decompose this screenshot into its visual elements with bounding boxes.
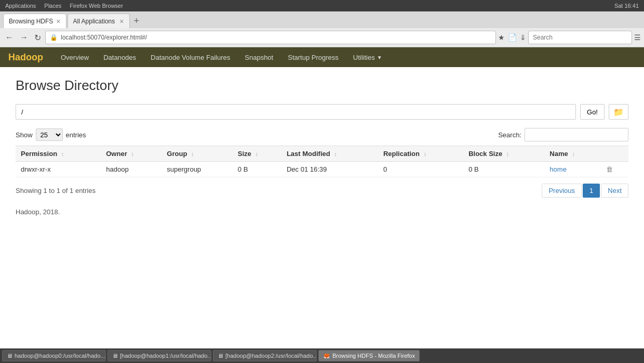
os-places-menu[interactable]: Places [44,3,61,9]
sort-size-icon: ↕ [255,151,258,157]
search-control: Search: [498,128,628,141]
col-replication-label: Replication [383,150,420,158]
nav-datanodes[interactable]: Datanodes [96,48,143,67]
page-title: Browse Directory [16,77,628,94]
os-applications-menu[interactable]: Applications [5,3,36,9]
pagination-buttons: Previous 1 Next [542,184,628,198]
sort-last-modified-icon: ↕ [334,151,337,157]
tab-title-2: All Applications [73,18,117,25]
cell-replication: 0 [378,162,463,177]
col-group[interactable]: Group ↕ [162,146,233,162]
os-topbar-right: Sat 16:41 [614,3,639,9]
tab-bar: Browsing HDFS × All Applications × + [0,11,644,28]
col-size[interactable]: Size ↕ [233,146,281,162]
next-button[interactable]: Next [601,184,628,198]
taskbar-label-3: Browsing HDFS - Mozilla Firefox [332,353,415,359]
col-permission-label: Permission [21,150,57,158]
hadoop-logo: Hadoop [8,52,43,63]
os-datetime: Sat 16:41 [614,3,639,9]
os-firefox-menu[interactable]: Firefox Web Browser [70,3,123,9]
tab-close-2[interactable]: × [119,18,124,25]
browser-chrome: Browsing HDFS × All Applications × + ← →… [0,11,644,47]
cell-delete[interactable]: 🗑 [601,162,628,177]
os-topbar: Applications Places Firefox Web Browser … [0,0,644,11]
col-name[interactable]: Name ↕ [544,146,601,162]
nav-startup-progress[interactable]: Startup Progress [280,48,346,67]
pagination-row: Showing 1 to 1 of 1 entries Previous 1 N… [16,184,628,198]
sort-owner-icon: ↕ [131,151,134,157]
sort-name-icon: ↕ [572,151,575,157]
menu-icon[interactable]: ☰ [634,33,641,42]
cell-size: 0 B [233,162,281,177]
nav-datanode-volume-failures[interactable]: Datanode Volume Failures [143,48,237,67]
taskbar-icon-1: 🖥 [112,353,118,359]
browser-icons: ★ 📄 ⇓ [498,33,526,42]
new-tab-button[interactable]: + [131,16,143,27]
col-owner[interactable]: Owner ↕ [101,146,162,162]
bookmark-icon[interactable]: 📄 [508,33,517,42]
col-size-label: Size [238,150,251,158]
nav-snapshot[interactable]: Snapshot [237,48,280,67]
back-button[interactable]: ← [3,32,16,43]
os-topbar-left: Applications Places Firefox Web Browser [5,3,123,9]
taskbar-item-0[interactable]: 🖥 hadoop@hadoop0:/usr/local/hado... [2,350,106,361]
showing-text: Showing 1 to 1 of 1 entries [16,187,96,195]
browser-action-icons: ☰ [634,33,641,42]
col-last-modified[interactable]: Last Modified ↕ [281,146,378,162]
reload-button[interactable]: ↻ [32,32,43,44]
taskbar-item-1[interactable]: 🖥 [hadoop@hadoop1:/usr/local/hado... [108,350,211,361]
footer-text: Hadoop, 2018. [16,208,628,216]
address-bar-row: ← → ↻ 🔒 localhost:50070/explorer.html#/ … [0,28,644,47]
taskbar-icon-2: 🖥 [218,353,223,359]
taskbar-label-2: [hadoop@hadoop2:/usr/local/hado... [225,353,317,359]
main-content: Browse Directory Go! 📁 Show 25 50 100 en… [0,67,644,226]
download-icon[interactable]: ⇓ [520,33,526,42]
taskbar-item-3[interactable]: 🦊 Browsing HDFS - Mozilla Firefox [318,350,420,361]
col-block-size[interactable]: Block Size ↕ [463,146,544,162]
taskbar-label-0: hadoop@hadoop0:/usr/local/hado... [15,353,105,359]
col-group-label: Group [167,150,187,158]
cell-last-modified: Dec 01 16:39 [281,162,378,177]
entries-select[interactable]: 25 50 100 [36,128,63,141]
name-link[interactable]: home [549,165,567,173]
path-input[interactable] [16,104,576,120]
nav-utilities[interactable]: Utilities ▼ [346,48,390,67]
forward-button[interactable]: → [18,32,30,43]
lock-icon: 🔒 [50,34,58,41]
folder-icon-button[interactable]: 📁 [609,104,628,120]
col-replication[interactable]: Replication ↕ [378,146,463,162]
previous-button[interactable]: Previous [542,184,582,198]
cell-permission: drwxr-xr-x [16,162,101,177]
nav-overview[interactable]: Overview [53,48,96,67]
browser-search-input[interactable] [528,31,632,44]
cell-owner: hadoop [101,162,162,177]
path-row: Go! 📁 [16,104,628,120]
col-permission[interactable]: Permission ↕ [16,146,101,162]
tab-all-applications[interactable]: All Applications × [68,14,130,28]
sort-permission-icon: ↕ [61,151,64,157]
delete-icon[interactable]: 🗑 [606,165,613,173]
table-body: drwxr-xr-x hadoop supergroup 0 B Dec 01 … [16,162,628,177]
address-text: localhost:50070/explorer.html#/ [61,34,147,41]
col-block-size-label: Block Size [468,150,502,158]
col-actions [601,146,628,162]
search-label: Search: [498,131,521,139]
hadoop-nav: Hadoop Overview Datanodes Datanode Volum… [0,47,644,67]
go-button[interactable]: Go! [580,104,605,120]
address-field[interactable]: 🔒 localhost:50070/explorer.html#/ [45,31,496,44]
taskbar-icon-3: 🦊 [323,353,330,359]
utilities-arrow-icon: ▼ [377,55,382,60]
col-name-label: Name [549,150,568,158]
page-1-button[interactable]: 1 [583,184,600,198]
search-input[interactable] [525,128,628,141]
taskbar-item-2[interactable]: 🖥 [hadoop@hadoop2:/usr/local/hado... [213,350,317,361]
tab-close-1[interactable]: × [56,18,60,25]
show-entries-control: Show 25 50 100 entries [16,128,86,141]
tab-browsing-hdfs[interactable]: Browsing HDFS × [3,14,66,28]
sort-block-size-icon: ↕ [506,151,509,157]
cell-block-size: 0 B [463,162,544,177]
star-icon[interactable]: ★ [498,33,505,42]
taskbar-icon-0: 🖥 [7,353,12,359]
sort-replication-icon: ↕ [424,151,427,157]
cell-name[interactable]: home [544,162,601,177]
